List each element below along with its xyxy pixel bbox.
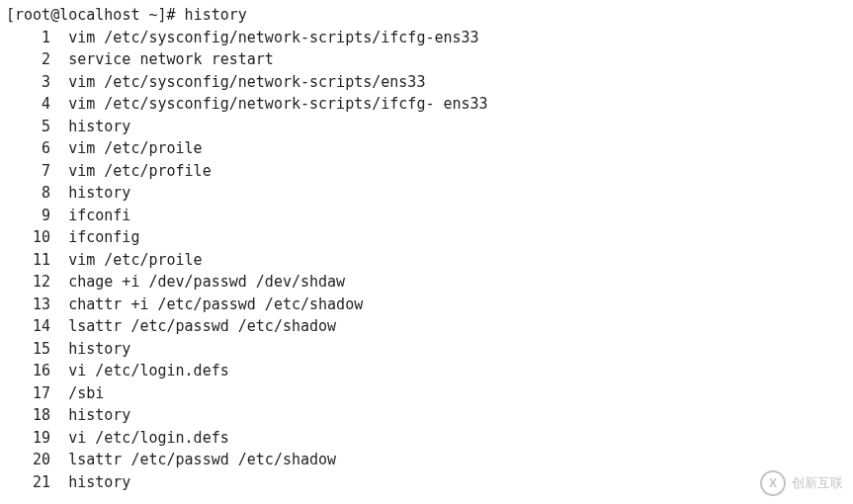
history-line-number: 20: [6, 449, 68, 471]
history-row: 6vim /etc/proile: [6, 137, 847, 160]
history-command: ifconfig: [68, 226, 139, 249]
history-row: 18history: [6, 404, 847, 427]
history-row: 10ifconfig: [6, 226, 847, 249]
history-line-number: 6: [6, 137, 68, 160]
history-line-number: 7: [6, 160, 68, 183]
history-line-number: 11: [6, 249, 68, 272]
history-command: vim /etc/sysconfig/network-scripts/ifcfg…: [68, 27, 478, 49]
history-line-number: 8: [6, 182, 68, 205]
history-line-number: 3: [6, 71, 68, 94]
history-command: history: [68, 471, 130, 494]
history-line-number: 19: [6, 427, 68, 450]
history-command: service network restart: [68, 48, 274, 71]
history-command: history: [68, 116, 130, 138]
history-row: 2service network restart: [6, 48, 847, 71]
history-row: 3vim /etc/sysconfig/network-scripts/ens3…: [6, 71, 847, 94]
history-line-number: 2: [6, 48, 68, 71]
history-row: 1vim /etc/sysconfig/network-scripts/ifcf…: [6, 27, 847, 49]
history-command: chage +i /dev/passwd /dev/shdaw: [68, 271, 345, 294]
history-row: 16vi /etc/login.defs: [6, 360, 847, 382]
site-watermark: X 创新互联: [760, 470, 843, 496]
history-row: 20lsattr /etc/passwd /etc/shadow: [6, 449, 847, 471]
history-command: history: [68, 338, 130, 361]
history-command: history: [68, 182, 130, 205]
history-command: vim /etc/profile: [68, 160, 212, 183]
history-row: 8history: [6, 182, 847, 205]
terminal-output[interactable]: [root@localhost ~]# history 1vim /etc/sy…: [6, 4, 847, 493]
history-command: /sbi: [68, 382, 104, 405]
history-line-number: 9: [6, 205, 68, 227]
history-row: 17/sbi: [6, 382, 847, 405]
history-command: chattr +i /etc/passwd /etc/shadow: [68, 294, 363, 316]
history-line-number: 17: [6, 382, 68, 405]
history-line-number: 13: [6, 294, 68, 316]
history-line-number: 1: [6, 27, 68, 49]
history-row: 15history: [6, 338, 847, 361]
shell-prompt-line: [root@localhost ~]# history: [6, 4, 847, 27]
history-row: 11vim /etc/proile: [6, 249, 847, 272]
history-row: 12chage +i /dev/passwd /dev/shdaw: [6, 271, 847, 294]
history-line-number: 10: [6, 226, 68, 249]
history-command: vi /etc/login.defs: [68, 427, 229, 450]
history-list: 1vim /etc/sysconfig/network-scripts/ifcf…: [6, 27, 847, 494]
history-command: history: [68, 404, 130, 427]
history-row: 7vim /etc/profile: [6, 160, 847, 183]
history-row: 19vi /etc/login.defs: [6, 427, 847, 450]
watermark-text: 创新互联: [792, 473, 843, 493]
history-row: 9ifconfi: [6, 205, 847, 227]
history-command: vim /etc/proile: [68, 249, 202, 272]
history-command: vi /etc/login.defs: [68, 360, 229, 382]
history-line-number: 15: [6, 338, 68, 361]
history-line-number: 14: [6, 315, 68, 338]
history-row: 4vim /etc/sysconfig/network-scripts/ifcf…: [6, 93, 847, 116]
history-command: lsattr /etc/passwd /etc/shadow: [68, 315, 336, 338]
history-line-number: 18: [6, 404, 68, 427]
history-command: vim /etc/proile: [68, 137, 202, 160]
history-row: 21history: [6, 471, 847, 494]
history-row: 14lsattr /etc/passwd /etc/shadow: [6, 315, 847, 338]
history-line-number: 4: [6, 93, 68, 116]
history-line-number: 12: [6, 271, 68, 294]
watermark-icon: X: [760, 470, 786, 496]
history-command: lsattr /etc/passwd /etc/shadow: [68, 449, 336, 471]
history-line-number: 21: [6, 471, 68, 494]
history-row: 13chattr +i /etc/passwd /etc/shadow: [6, 294, 847, 316]
history-command: ifconfi: [68, 205, 130, 227]
history-row: 5history: [6, 116, 847, 138]
history-line-number: 16: [6, 360, 68, 382]
history-command: vim /etc/sysconfig/network-scripts/ens33: [68, 71, 425, 94]
history-command: vim /etc/sysconfig/network-scripts/ifcfg…: [68, 93, 487, 116]
history-line-number: 5: [6, 116, 68, 138]
